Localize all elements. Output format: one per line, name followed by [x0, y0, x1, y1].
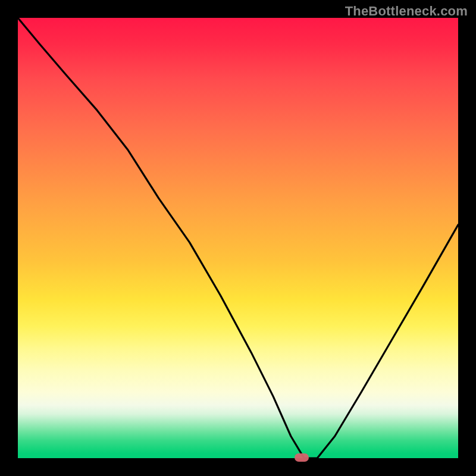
- chart-container: TheBottleneck.com: [0, 0, 476, 476]
- watermark-text: TheBottleneck.com: [345, 4, 468, 19]
- bottleneck-curve: [18, 18, 458, 458]
- plot-area: [18, 18, 458, 458]
- optimal-point-marker: [295, 453, 309, 462]
